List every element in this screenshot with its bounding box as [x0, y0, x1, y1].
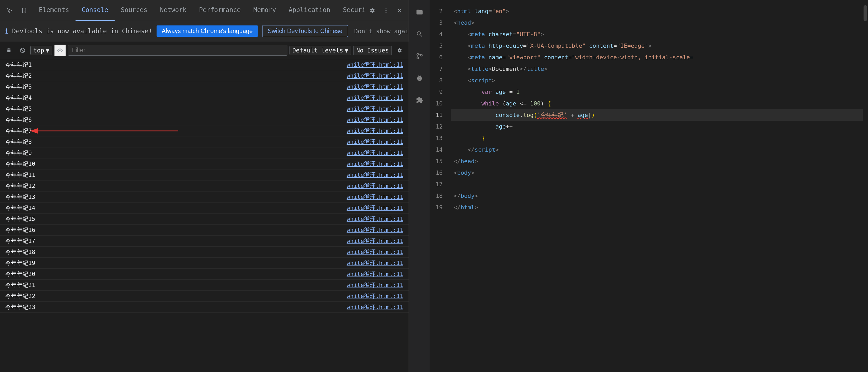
tab-console[interactable]: Console [75, 0, 115, 21]
line-number: 11 [430, 109, 446, 121]
tab-security[interactable]: Security [337, 0, 365, 21]
console-row[interactable]: 今年年纪16while循环.html:11 [0, 224, 409, 236]
clear-console-button[interactable] [3, 44, 15, 56]
console-row[interactable]: 今年年纪18while循环.html:11 [0, 247, 409, 258]
svg-point-4 [385, 11, 386, 12]
console-row[interactable]: 今年年纪22while循环.html:11 [0, 291, 409, 302]
line-number: 2 [430, 5, 446, 17]
sidebar-debug-icon[interactable] [413, 71, 426, 85]
console-row[interactable]: 今年年纪15while循环.html:11 [0, 214, 409, 224]
close-devtools-button[interactable] [394, 5, 405, 16]
no-issues-button[interactable]: No Issues [353, 45, 392, 55]
more-options-button[interactable] [380, 5, 392, 16]
code-line[interactable]: </body> [451, 190, 863, 202]
tab-sources[interactable]: Sources [115, 0, 154, 21]
line-number: 18 [430, 190, 446, 202]
console-row[interactable]: 今年年纪13while循环.html:11 [0, 191, 409, 203]
inspect-element-button[interactable] [3, 4, 16, 17]
devtools-panel: Elements Console Sources Network Perform… [0, 0, 409, 372]
console-row[interactable]: 今年年纪8while循环.html:11 [0, 136, 409, 148]
svg-point-11 [417, 57, 418, 59]
notification-text: DevTools is now available in Chinese! [12, 28, 152, 35]
line-number: 15 [430, 155, 446, 167]
switch-chinese-button[interactable]: Switch DevTools to Chinese [262, 25, 348, 37]
dont-show-again-button[interactable]: Don't show again [354, 28, 412, 35]
console-row[interactable]: 今年年纪19while循环.html:11 [0, 258, 409, 269]
code-line[interactable]: <title>Document</title> [451, 63, 863, 74]
console-row[interactable]: 今年年纪1while循环.html:11 [0, 59, 409, 70]
console-row[interactable]: 今年年纪21while循环.html:11 [0, 280, 409, 291]
sidebar-git-icon[interactable] [413, 49, 426, 63]
match-language-button[interactable]: Always match Chrome's language [157, 26, 258, 37]
code-line[interactable]: <meta name="viewport" content="width=dev… [451, 52, 863, 63]
console-row[interactable]: 今年年纪14while循环.html:11 [0, 203, 409, 214]
console-row[interactable]: 今年年纪23while循环.html:11 [0, 302, 409, 313]
settings-button[interactable] [367, 5, 378, 16]
tab-elements[interactable]: Elements [33, 0, 75, 21]
console-row[interactable]: 今年年纪12while循环.html:11 [0, 181, 409, 191]
code-line[interactable] [451, 178, 863, 190]
code-line[interactable]: console.log('今年年纪' + age|) [451, 109, 863, 121]
svg-line-6 [21, 49, 24, 52]
console-row[interactable]: 今年年纪20while循环.html:11 [0, 269, 409, 280]
code-content[interactable]: <html lang="en"><head> <meta charset="UT… [451, 0, 863, 372]
code-line[interactable]: <meta http-equiv="X-UA-Compatible" conte… [451, 40, 863, 52]
console-row[interactable]: 今年年纪10while循环.html:11 [0, 158, 409, 169]
svg-point-3 [385, 10, 386, 11]
tab-application[interactable]: Application [282, 0, 337, 21]
info-icon: ℹ [5, 27, 8, 35]
console-row[interactable]: 今年年纪7while循环.html:11 [0, 125, 409, 136]
filter-input[interactable] [68, 45, 287, 56]
code-line[interactable]: var age = 1 [451, 86, 863, 98]
code-line[interactable]: age++ [451, 121, 863, 132]
code-line[interactable]: <head> [451, 17, 863, 28]
console-row[interactable]: 今年年纪9while循环.html:11 [0, 148, 409, 158]
code-line[interactable]: <script> [451, 74, 863, 86]
code-area: 2345678910111213141516171819 <html lang=… [430, 0, 868, 372]
console-output[interactable]: 今年年纪1while循环.html:11今年年纪2while循环.html:11… [0, 59, 409, 372]
line-number: 9 [430, 86, 446, 98]
scrollbar-thumb[interactable] [864, 5, 867, 21]
tab-network[interactable]: Network [154, 0, 193, 21]
code-line[interactable]: <body> [451, 167, 863, 178]
code-line[interactable]: <html lang="en"> [451, 5, 863, 17]
default-levels-dropdown[interactable]: Default levels ▼ [289, 45, 351, 55]
console-settings-button[interactable] [394, 44, 405, 56]
console-row[interactable]: 今年年纪6while循环.html:11 [0, 114, 409, 125]
notification-banner: ℹ DevTools is now available in Chinese! … [0, 21, 409, 41]
line-number: 17 [430, 178, 446, 190]
line-number: 4 [430, 28, 446, 40]
code-line[interactable]: </script> [451, 144, 863, 155]
line-number: 10 [430, 98, 446, 109]
console-row[interactable]: 今年年纪4while循环.html:11 [0, 92, 409, 103]
tab-memory[interactable]: Memory [247, 0, 282, 21]
console-row[interactable]: 今年年纪2while循环.html:11 [0, 70, 409, 81]
sidebar-files-icon[interactable] [413, 5, 426, 19]
code-line[interactable]: </html> [451, 202, 863, 213]
tab-performance[interactable]: Performance [193, 0, 247, 21]
line-number: 6 [430, 52, 446, 63]
console-row[interactable]: 今年年纪3while循环.html:11 [0, 81, 409, 92]
console-row[interactable]: 今年年纪11while循环.html:11 [0, 169, 409, 181]
code-line[interactable]: while (age <= 100) { [451, 98, 863, 109]
editor-scrollbar[interactable] [863, 0, 868, 372]
sidebar-search-icon[interactable] [413, 27, 426, 41]
svg-point-7 [60, 50, 61, 51]
code-editor-panel: 2345678910111213141516171819 <html lang=… [409, 0, 868, 372]
console-row[interactable]: 今年年纪5while循环.html:11 [0, 103, 409, 114]
code-line[interactable]: </head> [451, 155, 863, 167]
stop-button[interactable] [17, 44, 28, 56]
line-numbers: 2345678910111213141516171819 [430, 0, 451, 372]
sidebar-extensions-icon[interactable] [413, 93, 426, 107]
device-toolbar-button[interactable] [18, 4, 30, 17]
execution-context-dropdown[interactable]: top ▼ [30, 45, 52, 55]
line-number: 13 [430, 132, 446, 144]
line-number: 16 [430, 167, 446, 178]
eye-button[interactable] [54, 44, 66, 56]
line-number: 14 [430, 144, 446, 155]
code-line[interactable]: <meta charset="UTF-8"> [451, 28, 863, 40]
console-row[interactable]: 今年年纪17while循环.html:11 [0, 236, 409, 247]
top-label: top [33, 47, 44, 54]
line-number: 8 [430, 74, 446, 86]
code-line[interactable]: } [451, 132, 863, 144]
